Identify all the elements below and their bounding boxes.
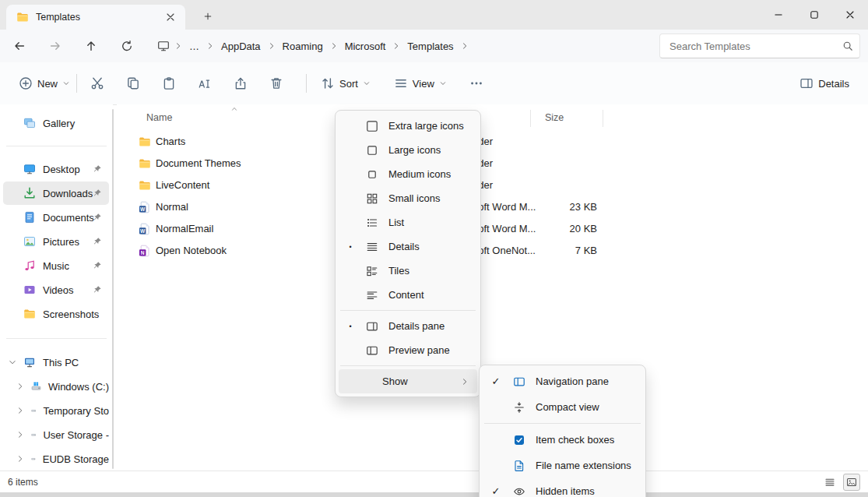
sidebar-item-gallery[interactable]: Gallery <box>3 111 109 135</box>
file-row[interactable]: Normal Microsoft Word M... 23 KB <box>117 196 868 218</box>
breadcrumb-appdata[interactable]: AppData <box>216 37 266 56</box>
large-icons-icon <box>362 144 382 157</box>
forward-button[interactable] <box>42 33 69 59</box>
menu-separator <box>484 423 641 424</box>
ellipsis-icon <box>469 76 483 90</box>
breadcrumb-templates[interactable]: Templates <box>402 37 459 56</box>
plus-icon <box>203 12 213 21</box>
chevron-right-icon[interactable] <box>16 406 25 415</box>
breadcrumb-roaming[interactable]: Roaming <box>277 37 329 56</box>
selected-bullet: • <box>339 323 362 330</box>
pin-icon <box>93 164 102 174</box>
checkmark-icon: ✓ <box>483 375 509 387</box>
menu-item-large-icons[interactable]: Large icons <box>339 138 477 162</box>
file-row[interactable]: Charts File folder <box>117 131 868 153</box>
sidebar-item-this-pc[interactable]: This PC <box>3 351 109 374</box>
submenu-item-compact-view[interactable]: Compact view <box>483 394 642 420</box>
sidebar-item-windows-c[interactable]: Windows (C:) <box>3 375 109 398</box>
sidebar-item-temporary-storage[interactable]: Temporary Sto <box>3 399 109 422</box>
menu-item-preview-pane[interactable]: Preview pane <box>339 338 477 362</box>
sidebar-item-downloads[interactable]: Downloads <box>3 182 109 205</box>
sidebar-scrollbar[interactable] <box>112 109 114 469</box>
chevron-right-icon[interactable] <box>16 382 25 391</box>
address-bar[interactable]: … AppData Roaming Microsoft Templates <box>151 33 650 58</box>
thumbnails-view-toggle[interactable] <box>843 474 860 491</box>
sort-ascending-icon <box>230 105 238 113</box>
new-tab-button[interactable] <box>198 6 218 26</box>
close-button[interactable] <box>832 0 868 30</box>
sidebar-item-documents[interactable]: Documents <box>3 206 109 229</box>
sidebar-item-label: Downloads <box>43 188 93 199</box>
sort-button[interactable]: Sort <box>315 69 377 97</box>
menu-item-content[interactable]: Content <box>339 283 477 307</box>
desktop-pc-icon <box>151 40 173 52</box>
tab-templates[interactable]: Templates <box>6 5 185 30</box>
paste-button[interactable] <box>155 69 183 97</box>
file-row[interactable]: Document Themes File folder <box>117 153 868 174</box>
breadcrumb-overflow[interactable]: … <box>184 37 205 56</box>
column-divider[interactable] <box>530 110 531 127</box>
rename-button[interactable] <box>191 69 219 97</box>
sidebar-item-screenshots[interactable]: Screenshots <box>3 302 109 326</box>
search-box[interactable] <box>659 33 860 58</box>
refresh-button[interactable] <box>114 33 140 59</box>
column-divider[interactable] <box>603 110 603 127</box>
up-button[interactable] <box>78 33 104 59</box>
copy-button[interactable] <box>119 69 147 97</box>
chevron-down-icon[interactable] <box>8 358 17 367</box>
share-button[interactable] <box>227 69 255 97</box>
menu-item-tiles[interactable]: Tiles <box>339 259 477 283</box>
file-row[interactable]: NormalEmail Microsoft Word M... 20 KB <box>117 218 868 240</box>
close-tab-icon[interactable] <box>162 9 179 26</box>
sidebar-item-eudb-storage[interactable]: EUDB Storage <box>3 447 109 471</box>
menu-item-medium-icons[interactable]: Medium icons <box>339 162 477 186</box>
content-view-icon <box>362 289 382 301</box>
menu-item-small-icons[interactable]: Small icons <box>339 186 477 210</box>
search-input[interactable] <box>669 41 842 52</box>
sidebar-item-music[interactable]: Music <box>3 254 109 277</box>
maximize-button[interactable] <box>796 0 832 30</box>
breadcrumb-microsoft[interactable]: Microsoft <box>339 37 392 56</box>
back-button[interactable] <box>6 33 33 59</box>
menu-item-extra-large-icons[interactable]: Extra large icons <box>339 114 477 138</box>
sidebar-item-label: Temporary Sto <box>43 405 109 417</box>
chevron-right-icon[interactable] <box>16 430 25 439</box>
sidebar-item-desktop[interactable]: Desktop <box>3 157 109 181</box>
tab-title: Templates <box>36 12 155 23</box>
minimize-button[interactable] <box>761 0 796 30</box>
new-button[interactable]: New <box>12 69 76 97</box>
sidebar-item-videos[interactable]: Videos <box>3 278 109 301</box>
more-options-button[interactable] <box>462 69 490 97</box>
chevron-down-icon <box>62 79 70 87</box>
submenu-item-item-check-boxes[interactable]: Item check boxes <box>483 427 642 453</box>
command-bar: New Sort View Details <box>0 62 868 105</box>
column-header-size[interactable]: Size <box>545 112 564 123</box>
menu-item-details-pane[interactable]: • Details pane <box>339 314 477 338</box>
submenu-item-navigation-pane[interactable]: ✓ Navigation pane <box>483 368 642 394</box>
submenu-item-hidden-items[interactable]: ✓ Hidden items <box>483 478 642 497</box>
medium-icons-icon <box>362 168 382 181</box>
menu-item-list[interactable]: List <box>339 210 477 234</box>
gallery-icon <box>23 117 36 129</box>
selected-bullet: • <box>339 243 362 251</box>
column-header-name[interactable]: Name <box>146 112 172 123</box>
folder-icon <box>139 179 151 192</box>
chevron-down-icon <box>439 79 447 87</box>
view-button[interactable]: View <box>388 69 453 97</box>
details-pane-button[interactable]: Details <box>793 69 856 97</box>
sort-button-label: Sort <box>339 78 358 90</box>
sidebar-item-label: Windows (C:) <box>48 381 109 393</box>
navigation-pane-icon <box>509 375 529 388</box>
details-view-toggle[interactable] <box>821 474 838 491</box>
sidebar-item-user-storage[interactable]: User Storage - <box>3 423 109 446</box>
delete-button[interactable] <box>262 69 290 97</box>
menu-item-show[interactable]: Show <box>339 369 477 393</box>
file-name: NormalEmail <box>156 218 213 240</box>
menu-item-details[interactable]: • Details <box>339 234 477 259</box>
submenu-item-file-name-extensions[interactable]: File name extensions <box>483 453 642 478</box>
chevron-right-icon[interactable] <box>16 454 25 464</box>
file-row[interactable]: LiveContent File folder <box>117 174 868 196</box>
file-row[interactable]: Open Notebook Microsoft OneNot... 7 KB <box>117 240 868 262</box>
sidebar-item-pictures[interactable]: Pictures <box>3 230 109 253</box>
cut-button[interactable] <box>83 69 111 97</box>
